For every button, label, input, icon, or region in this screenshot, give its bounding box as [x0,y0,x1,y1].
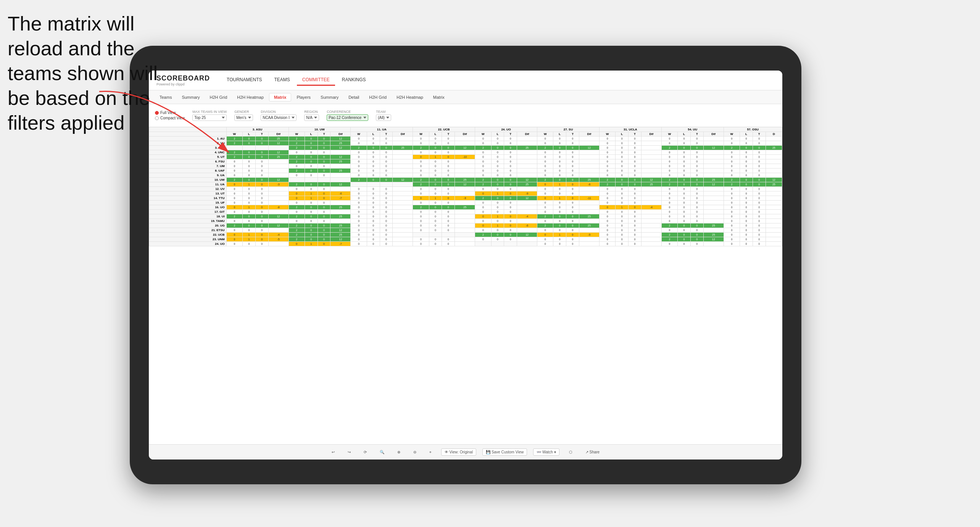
matrix-cell [455,191,475,196]
nav-rankings[interactable]: RANKINGS [337,75,371,86]
matrix-cell: 0 [740,223,753,228]
matrix-cell [393,228,413,233]
matrix-cell [703,214,724,219]
matrix-cell: 0 [616,169,629,173]
matrix-cell: 0 [616,141,629,146]
refresh-button[interactable]: ⟳ [360,448,370,456]
matrix-cell: 0 [566,242,579,246]
matrix-cell: 12 [330,137,351,141]
matrix-cell [641,173,661,178]
matrix-cell: 0 [367,219,380,223]
matrix-cell: 0 [599,137,615,141]
annotation-arrow [76,84,305,198]
matrix-cell [393,210,413,214]
matrix-cell: 0 [305,237,318,242]
sub-tab-matrix2[interactable]: Matrix [429,93,449,101]
matrix-cell: 0 [537,141,553,146]
matrix-cell: 0 [690,205,703,210]
matrix-cell: 2 [661,182,677,187]
matrix-cell: 0 [367,169,380,173]
matrix-cell: 1 [429,196,442,201]
matrix-cell: 0 [678,210,691,214]
matrix-cell [641,219,661,223]
matrix-cell: 0 [429,228,442,233]
matrix-cell [517,137,537,141]
matrix-cell: 0 [724,137,740,141]
matrix-cell: 0 [255,201,268,205]
matrix-cell: 0 [413,242,429,246]
matrix-cell: -8 [268,205,289,210]
matrix-cell: -7 [330,196,351,201]
sub-tab-h2h-heatmap2[interactable]: H2H Heatmap [392,93,428,101]
matrix-cell: 2 [661,223,677,228]
matrix-cell: 0 [678,164,691,169]
undo-button[interactable]: ↩ [328,448,338,456]
matrix-cell: 0 [690,223,703,228]
matrix-cell: 0 [442,214,455,219]
matrix-cell: 2 [724,178,740,182]
matrix-cell [393,150,413,155]
matrix-cell [330,173,351,178]
matrix-cell: 0 [553,187,566,191]
matrix-cell: 0 [318,146,330,150]
filter-conference-select[interactable]: Pac-12 Conference [327,114,368,121]
matrix-cell: 0 [629,205,642,210]
matrix-cell: 0 [616,237,629,242]
matrix-cell: 0 [475,169,491,173]
matrix-cell: 12 [330,228,351,233]
matrix-cell [766,155,782,159]
sub-tab-summary2[interactable]: Summary [316,93,343,101]
matrix-cell: 0 [413,150,429,155]
matrix-cell: 2 [475,196,491,201]
matrix-cell [766,228,782,233]
matrix-cell [393,182,413,187]
matrix-cell: 0 [442,164,455,169]
zoom-in-button[interactable]: 🔍 [376,448,388,456]
view-original-button[interactable]: 👁 View: Original [441,448,476,456]
row-label: 17. GIT [149,210,227,214]
sub-tab-detail[interactable]: Detail [344,93,364,101]
matrix-cell [766,187,782,191]
add-button[interactable]: ⊕ [394,448,404,456]
matrix-cell: 0 [305,164,318,169]
matrix-cell: 0 [380,210,393,214]
matrix-cell: 2 [661,233,677,237]
matrix-cell: 2 [413,182,429,187]
matrix-cell: 12 [268,214,289,219]
matrix-cell: 0 [380,223,393,228]
remove-button[interactable]: ⊖ [410,448,420,456]
table-row: 24. UO000010-7000000000000000000 [149,242,782,246]
matrix-cell: 25 [330,141,351,146]
filter-team-select[interactable]: (All) [376,114,391,121]
filter-region-select[interactable]: N/A [304,114,319,121]
matrix-cell: 0 [661,150,677,155]
matrix-cell: 0 [740,214,753,219]
matrix-cell: 0 [678,214,691,219]
save-custom-view-button[interactable]: 💾 Save Custom View [482,448,527,456]
matrix-cell: 0 [537,205,553,210]
matrix-cell: 0 [599,155,615,159]
matrix-cell: 0 [661,137,677,141]
matrix-cell [703,191,724,196]
settings-button[interactable]: ⌖ [426,448,435,456]
matrix-cell: 0 [616,233,629,237]
matrix-cell: 12 [330,155,351,159]
matrix-cell: 0 [289,219,305,223]
share-button[interactable]: ↗ Share [582,448,603,456]
matrix-cell: 0 [475,155,491,159]
redo-button[interactable]: ↪ [344,448,354,456]
matrix-cell [579,137,599,141]
matrix-cell: 0 [255,237,268,242]
matrix-cell: 0 [351,141,367,146]
matrix-cell: 0 [351,137,367,141]
watch-button[interactable]: 👓 Watch ▾ [533,448,559,456]
sub-tab-h2h-grid2[interactable]: H2H Grid [364,93,391,101]
matrix-cell: 0 [566,182,579,187]
matrix-cell: 0 [537,196,553,201]
matrix-cell: 25 [330,159,351,164]
matrix-cell [455,214,475,219]
matrix-cell: 0 [442,219,455,223]
matrix-cell: 0 [740,237,753,242]
matrix-cell: 0 [753,159,766,164]
matrix-cell: 0 [629,237,642,242]
